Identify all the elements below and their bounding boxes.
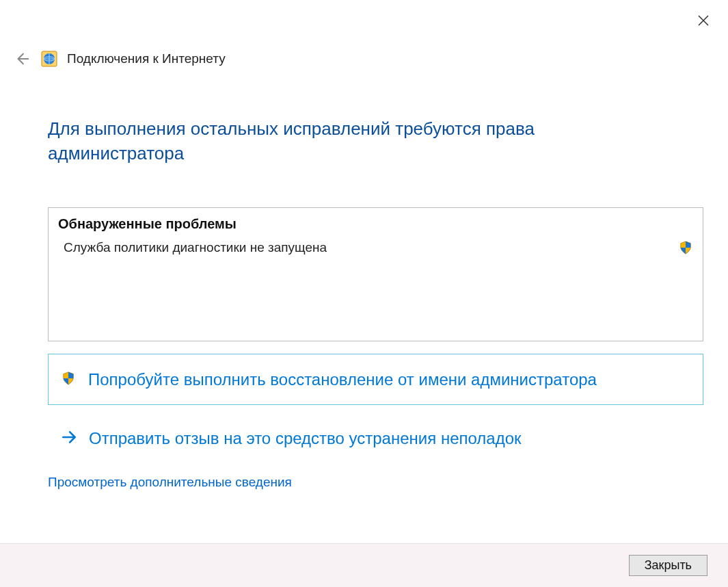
back-arrow-icon[interactable]: [12, 49, 31, 68]
window-title: Подключения к Интернету: [67, 51, 226, 66]
problem-text: Служба политики диагностики не запущена: [64, 240, 327, 255]
send-feedback-action[interactable]: Отправить отзыв на это средство устранен…: [48, 424, 703, 453]
network-globe-icon: [41, 51, 57, 67]
page-heading: Для выполнения остальных исправлений тре…: [48, 116, 608, 166]
close-icon[interactable]: [692, 10, 714, 31]
content-area: Для выполнения остальных исправлений тре…: [48, 116, 703, 490]
close-button[interactable]: Закрыть: [629, 555, 707, 576]
header: Подключения к Интернету: [12, 49, 226, 68]
run-as-admin-action[interactable]: Попробуйте выполнить восстановление от и…: [48, 354, 703, 406]
more-info-link[interactable]: Просмотреть дополнительные сведения: [48, 475, 703, 490]
problems-box-title: Обнаруженные проблемы: [58, 216, 693, 232]
run-as-admin-label: Попробуйте выполнить восстановление от и…: [88, 368, 597, 391]
shield-icon: [678, 240, 693, 255]
shield-icon: [61, 371, 76, 386]
footer: Закрыть: [0, 543, 728, 587]
send-feedback-label: Отправить отзыв на это средство устранен…: [89, 429, 522, 448]
problems-box: Обнаруженные проблемы Служба политики ди…: [48, 207, 703, 341]
arrow-right-icon: [60, 428, 78, 449]
problem-row: Служба политики диагностики не запущена: [58, 240, 693, 255]
